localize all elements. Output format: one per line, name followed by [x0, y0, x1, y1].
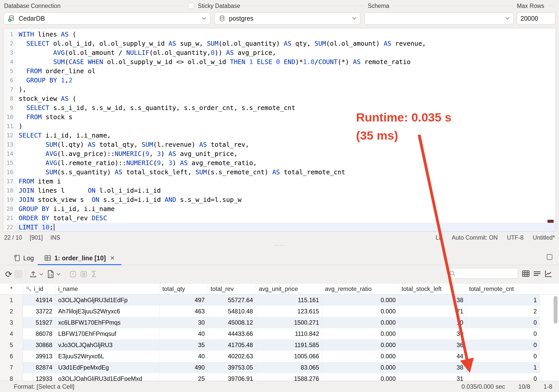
column-header-avg_unit_price[interactable]: avg_unit_price [256, 284, 322, 295]
schema-select[interactable] [364, 12, 514, 24]
search-input[interactable] [458, 270, 531, 277]
code-line-5[interactable]: FROM order_line ol [16, 67, 556, 76]
row-number-4[interactable]: 4 [0, 328, 23, 339]
cell-r4-total_rev[interactable]: 44433.66 [208, 328, 256, 339]
cell-r2-total_qty[interactable]: 463 [160, 306, 208, 317]
row-number-1[interactable]: 1 [0, 295, 23, 306]
maximize-icon[interactable] [547, 254, 552, 260]
record-view-button[interactable] [79, 268, 89, 280]
cell-r4-total_stock_left[interactable]: 30 [399, 328, 466, 339]
sticky-database-checkbox[interactable] [188, 3, 194, 9]
code-line-17[interactable]: FROM item i [16, 177, 556, 186]
cell-r2-avg_remote_ratio[interactable]: 0.000 [322, 306, 399, 317]
column-header-i_name[interactable]: i_name [55, 284, 160, 295]
cell-r1-i_id[interactable]: 41914 [23, 295, 55, 306]
cell-r6-total_rev[interactable]: 40202.63 [208, 351, 256, 362]
max-rows-input[interactable] [517, 12, 555, 24]
code-line-9[interactable]: SELECT s.s_i_id, s.s_w_id, s.s_quantity,… [16, 103, 556, 113]
row-number-5[interactable]: 5 [0, 339, 23, 351]
cell-r7-total_remote_cnt[interactable]: 1 [466, 362, 540, 373]
cell-r8-i_id[interactable]: 12933 [23, 373, 55, 381]
cell-r7-total_qty[interactable]: 490 [160, 362, 208, 373]
close-icon[interactable]: × [110, 254, 115, 262]
code-line-10[interactable]: FROM stock s [16, 113, 556, 122]
column-header-total_qty[interactable]: total_qty [160, 284, 208, 295]
cell-r6-avg_remote_ratio[interactable]: 0.000 [322, 351, 399, 362]
cell-r4-i_id[interactable]: 86078 [23, 328, 55, 339]
column-header-total_rev[interactable]: total_rev [208, 284, 256, 295]
cell-r2-i_name[interactable]: Ah7lilojE3juuS2Wryxc6 [55, 306, 160, 317]
code-line-3[interactable]: AVG(ol.ol_amount / NULLIF(ol.ol_quantity… [16, 48, 556, 57]
grid-view-button[interactable] [521, 268, 531, 279]
reload-button[interactable]: ⟳ [4, 268, 14, 280]
cell-r8-i_name[interactable]: o3OLJQahGljRU3d1EdFpeMxd [55, 373, 160, 381]
code-line-20[interactable]: GROUP BY i.i_id, i.i_name [16, 204, 556, 214]
connection-select[interactable]: CedarDB [4, 12, 210, 24]
cell-r7-total_rev[interactable]: 39753.05 [208, 362, 256, 373]
chart-view-button[interactable] [543, 268, 553, 279]
cell-r1-total_remote_cnt[interactable]: 1 [466, 295, 540, 306]
tab-result-order-line[interactable]: 1: order_line [10] × [44, 253, 115, 263]
cell-r8-avg_unit_price[interactable]: 1588.276 [256, 373, 322, 381]
cell-r3-i_id[interactable]: 51927 [23, 317, 55, 328]
code-line-16[interactable]: SUM(s.s_quantity) AS total_stock_left, S… [16, 168, 556, 177]
code-line-7[interactable]: ), [16, 85, 556, 94]
cell-r6-total_stock_left[interactable]: 44 [399, 351, 466, 362]
cell-r5-total_rev[interactable]: 41705.48 [208, 339, 256, 351]
cell-r2-total_remote_cnt[interactable]: 2 [466, 306, 540, 317]
sql-editor[interactable]: 12345678910111213141516171819202122 WITH… [3, 28, 556, 232]
cell-r5-avg_remote_ratio[interactable]: 0.000 [322, 339, 399, 351]
row-number-8[interactable]: 8 [0, 373, 23, 381]
cell-r8-total_remote_cnt[interactable]: 0 [466, 373, 540, 381]
cell-r7-total_stock_left[interactable]: 38 [399, 362, 466, 373]
cell-r5-total_stock_left[interactable]: 36 [399, 339, 466, 351]
grid-corner-header[interactable]: * [0, 284, 23, 295]
column-header-total_stock_left[interactable]: total_stock_left [399, 284, 466, 295]
cell-r3-avg_remote_ratio[interactable]: 0.000 [322, 317, 399, 328]
cell-r4-avg_unit_price[interactable]: 1110.842 [256, 328, 322, 339]
aggregate-button[interactable]: Σ [89, 268, 99, 280]
code-line-19[interactable]: JOIN stock_view s ON s.s_i_id=i.i_id AND… [16, 195, 556, 204]
cell-r1-total_qty[interactable]: 497 [160, 295, 208, 306]
cell-r5-i_name[interactable]: vJo3OLJQahGljRU3 [55, 339, 160, 351]
code-line-12[interactable]: SELECT i.i_id, i.i_name, [16, 131, 556, 140]
code-line-22[interactable]: LIMIT 10; [16, 223, 556, 232]
sql-code-area[interactable]: WITH lines AS ( SELECT ol.ol_i_id, ol.ol… [16, 28, 556, 231]
cell-r3-total_rev[interactable]: 45008.12 [208, 317, 256, 328]
tab-log[interactable]: Log [13, 253, 34, 263]
cell-r4-total_remote_cnt[interactable]: 0 [466, 328, 540, 339]
cell-r2-total_stock_left[interactable]: 71 [399, 306, 466, 317]
cell-r5-avg_unit_price[interactable]: 1191.585 [256, 339, 322, 351]
code-line-11[interactable]: ) [16, 122, 556, 131]
cell-r2-i_id[interactable]: 33722 [23, 306, 55, 317]
cell-r8-total_rev[interactable]: 39706.91 [208, 373, 256, 381]
column-header-total_remote_cnt[interactable]: total_remote_cnt [466, 284, 540, 295]
row-number-3[interactable]: 3 [0, 317, 23, 328]
cell-r8-total_qty[interactable]: 25 [160, 373, 208, 381]
row-number-6[interactable]: 6 [0, 351, 23, 362]
cell-r1-avg_remote_ratio[interactable]: 0.000 [322, 295, 399, 306]
cell-r1-i_name[interactable]: o3OLJQahGljRU3d1EdFp [55, 295, 160, 306]
code-line-8[interactable]: stock_view AS ( [16, 94, 556, 103]
cell-r3-i_name[interactable]: xc6LBFW170EhFPmqs [55, 317, 160, 328]
focus-cell-button[interactable] [68, 268, 78, 280]
export-options-button[interactable] [38, 268, 44, 280]
code-line-2[interactable]: SELECT ol.ol_i_id, ol.ol_supply_w_id AS … [16, 39, 556, 48]
cell-r1-total_rev[interactable]: 55727.64 [208, 295, 256, 306]
code-line-4[interactable]: SUM(CASE WHEN ol.ol_supply_w_id <> ol.ol… [16, 57, 556, 67]
code-line-6[interactable]: GROUP BY 1,2 [16, 76, 556, 85]
code-line-15[interactable]: AVG(l.remote_ratio)::NUMERIC(9, 3) AS av… [16, 158, 556, 168]
cell-r3-total_qty[interactable]: 30 [160, 317, 208, 328]
cell-r5-total_qty[interactable]: 35 [160, 339, 208, 351]
vertical-scrollbar[interactable] [554, 296, 557, 324]
cell-r6-i_name[interactable]: E3juuS2Wryxc6L [55, 351, 160, 362]
cell-r6-total_remote_cnt[interactable]: 0 [466, 351, 540, 362]
row-number-7[interactable]: 7 [0, 362, 23, 373]
cell-r5-i_id[interactable]: 30868 [23, 339, 55, 351]
cell-r3-total_remote_cnt[interactable]: 0 [466, 317, 540, 328]
code-line-21[interactable]: ORDER BY total_rev DESC [16, 214, 556, 223]
cell-r3-avg_unit_price[interactable]: 1500.271 [256, 317, 322, 328]
cell-r6-i_id[interactable]: 39913 [23, 351, 55, 362]
cell-r7-i_name[interactable]: U3d1EdFpeMxdEg [55, 362, 160, 373]
cell-r6-total_qty[interactable]: 40 [160, 351, 208, 362]
